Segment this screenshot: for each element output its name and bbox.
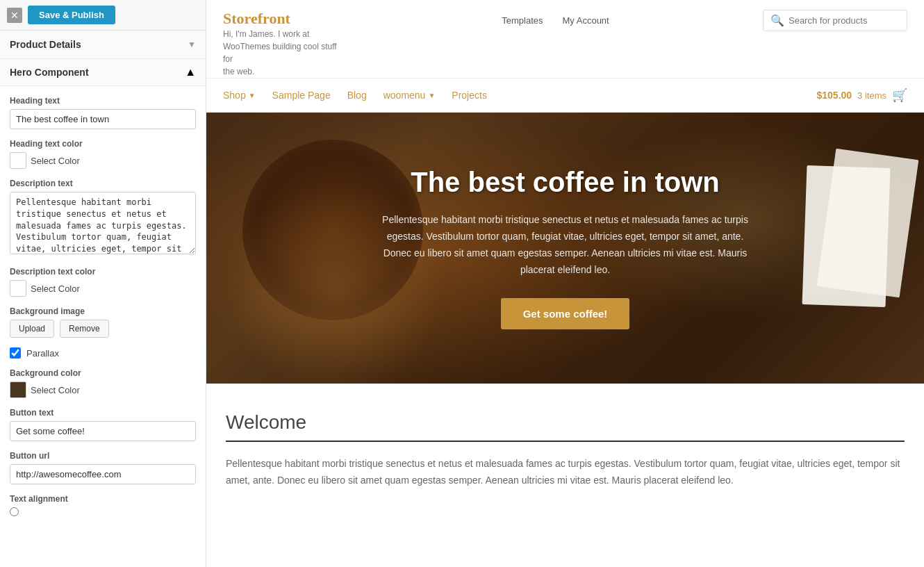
- welcome-section: Welcome Pellentesque habitant morbi tris…: [206, 384, 924, 503]
- hero-component-section-header[interactable]: Hero Component ▲: [0, 59, 206, 86]
- woomenu-chevron-icon: ▼: [428, 92, 435, 99]
- hero-component-title: Hero Component: [10, 67, 89, 78]
- heading-color-label: Heading text color: [10, 139, 196, 149]
- storefront-nav: Templates My Account: [502, 10, 609, 26]
- background-color-label: Background color: [10, 368, 196, 378]
- heading-text-label: Heading text: [10, 96, 196, 106]
- background-color-select-label[interactable]: Select Color: [31, 385, 80, 395]
- hero-description: Pellentesque habitant morbi tristique se…: [378, 212, 753, 278]
- heading-color-row: Select Color: [10, 152, 196, 169]
- description-color-swatch[interactable]: [10, 280, 26, 297]
- heading-color-field: Heading text color Select Color: [10, 139, 196, 169]
- welcome-divider: [226, 441, 905, 442]
- remove-button[interactable]: Remove: [60, 320, 109, 338]
- text-alignment-field: Text alignment: [10, 494, 196, 516]
- text-align-left-radio[interactable]: [10, 507, 19, 516]
- sample-page-nav-link[interactable]: Sample Page: [272, 79, 331, 112]
- description-color-label: Description text color: [10, 267, 196, 277]
- search-input[interactable]: [789, 15, 900, 26]
- background-color-swatch[interactable]: [10, 381, 26, 398]
- button-url-input[interactable]: [10, 464, 196, 484]
- product-details-section-header[interactable]: Product Details ▼: [0, 31, 206, 59]
- panel-fields: Heading text Heading text color Select C…: [0, 86, 206, 526]
- projects-nav-link[interactable]: Projects: [452, 79, 487, 112]
- background-color-row: Select Color: [10, 381, 196, 398]
- shop-nav-link[interactable]: Shop ▼: [223, 79, 256, 112]
- top-bar: ✕ Save & Publish: [0, 0, 206, 31]
- shop-chevron-icon: ▼: [249, 92, 256, 99]
- text-alignment-label: Text alignment: [10, 494, 196, 504]
- parallax-row: Parallax: [10, 347, 196, 359]
- storefront-header: Storefront Hi, I'm James. I work at WooT…: [206, 0, 924, 79]
- storefront-subtitle: Hi, I'm James. I work at WooThemes build…: [223, 28, 348, 78]
- background-image-buttons: Upload Remove: [10, 320, 196, 338]
- button-text-field: Button text: [10, 408, 196, 441]
- upload-button[interactable]: Upload: [10, 320, 54, 338]
- welcome-title: Welcome: [226, 411, 905, 434]
- cart-info: $105.00 3 items 🛒: [816, 88, 907, 103]
- right-panel: Storefront Hi, I'm James. I work at WooT…: [206, 0, 924, 567]
- description-color-field: Description text color Select Color: [10, 267, 196, 297]
- button-text-input[interactable]: [10, 421, 196, 441]
- woomenu-nav-link[interactable]: woomenu ▼: [383, 79, 436, 112]
- left-panel: ✕ Save & Publish Product Details ▼ Hero …: [0, 0, 206, 567]
- parallax-checkbox[interactable]: [10, 347, 21, 359]
- hero-component-arrow: ▲: [185, 66, 196, 79]
- cart-count: 3 items: [857, 90, 886, 101]
- my-account-nav-link[interactable]: My Account: [563, 15, 609, 26]
- description-text-input[interactable]: Pellentesque habitant morbi tristique se…: [10, 192, 196, 254]
- description-text-field: Description text Pellentesque habitant m…: [10, 179, 196, 257]
- product-details-title: Product Details: [10, 39, 81, 50]
- heading-color-swatch[interactable]: [10, 152, 26, 169]
- heading-color-select-label[interactable]: Select Color: [31, 156, 80, 166]
- description-text-label: Description text: [10, 179, 196, 188]
- search-icon: 🔍: [770, 14, 784, 27]
- main-nav: Shop ▼ Sample Page Blog woomenu ▼ Projec…: [206, 79, 924, 113]
- hero-button[interactable]: Get some coffee!: [501, 298, 630, 329]
- blog-nav-link[interactable]: Blog: [347, 79, 367, 112]
- hero-heading: The best coffee in town: [378, 167, 753, 198]
- description-color-row: Select Color: [10, 280, 196, 297]
- welcome-body: Pellentesque habitant morbi tristique se…: [226, 456, 905, 489]
- main-nav-links: Shop ▼ Sample Page Blog woomenu ▼ Projec…: [223, 79, 487, 112]
- hero-section: The best coffee in town Pellentesque hab…: [206, 113, 924, 384]
- button-url-label: Button url: [10, 451, 196, 461]
- background-image-field: Background image Upload Remove: [10, 306, 196, 338]
- product-details-arrow: ▼: [188, 40, 196, 49]
- cart-icon[interactable]: 🛒: [892, 88, 907, 103]
- storefront-title: Storefront: [223, 10, 348, 28]
- storefront-brand: Storefront Hi, I'm James. I work at WooT…: [223, 10, 348, 78]
- heading-text-field: Heading text: [10, 96, 196, 129]
- hero-content: The best coffee in town Pellentesque hab…: [364, 167, 767, 329]
- button-url-field: Button url: [10, 451, 196, 484]
- cart-amount: $105.00: [816, 90, 852, 101]
- save-publish-button[interactable]: Save & Publish: [28, 6, 115, 24]
- parallax-field: Parallax: [10, 347, 196, 359]
- button-text-label: Button text: [10, 408, 196, 418]
- background-color-field: Background color Select Color: [10, 368, 196, 398]
- close-button[interactable]: ✕: [7, 8, 22, 23]
- background-image-label: Background image: [10, 306, 196, 316]
- parallax-label: Parallax: [26, 348, 59, 359]
- storefront-search: 🔍: [763, 10, 907, 31]
- description-color-select-label[interactable]: Select Color: [31, 284, 80, 294]
- heading-text-input[interactable]: [10, 109, 196, 129]
- templates-nav-link[interactable]: Templates: [502, 15, 543, 26]
